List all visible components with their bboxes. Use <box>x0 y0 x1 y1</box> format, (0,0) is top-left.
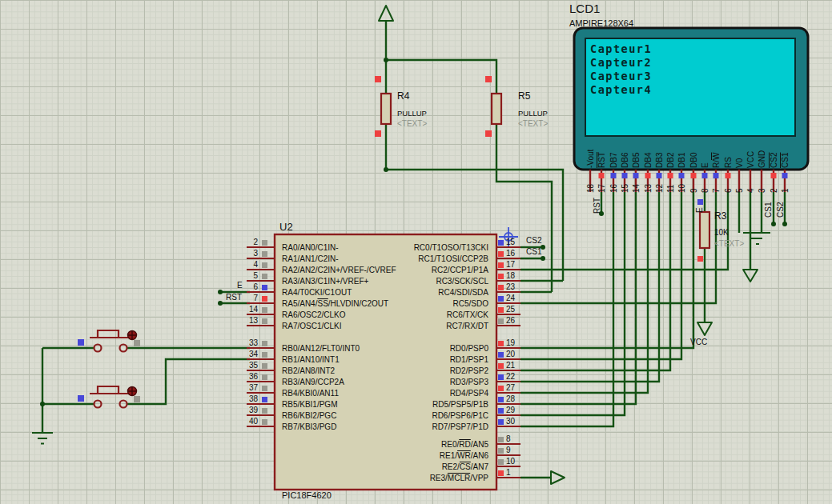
pin-label: RE1/WR/AN6 <box>319 451 488 460</box>
resistor-r4-text: <TEXT> <box>397 120 427 129</box>
pin-num: 20 <box>506 350 538 358</box>
resistor-r4[interactable] <box>375 76 391 137</box>
resistor-r3-value[interactable]: 10K <box>714 229 729 238</box>
lcd-pin-stubs <box>590 170 785 192</box>
pin-num: 39 <box>224 406 258 414</box>
lcd-pin-num: 17 <box>597 184 606 193</box>
push-button-2-marker <box>78 395 84 402</box>
pin-num: 30 <box>506 417 538 426</box>
lcd-pin-num: 3 <box>758 188 766 193</box>
pin-label: RC0/T1OSO/T13CKI <box>319 243 488 252</box>
resistor-r4-ref[interactable]: R4 <box>397 91 409 102</box>
lcd-pin-num: 11 <box>666 185 675 193</box>
pin-num: 22 <box>506 372 538 381</box>
lcd-pin-num: 12 <box>655 184 664 193</box>
net-label-rst-lcd[interactable]: RST <box>593 198 601 214</box>
wire-rc5-to-rw[interactable] <box>521 192 716 303</box>
pin-num: 19 <box>506 338 538 347</box>
lcd-pin-name: DB5 <box>632 153 641 168</box>
schematic-canvas[interactable]: LCD1 AMPIRE128X64 Capteur1 Capteur2 Capt… <box>0 0 832 504</box>
push-button-1-marker <box>78 339 84 346</box>
pin-num: 7 <box>224 294 258 302</box>
resistor-r3-ref[interactable]: R3 <box>714 211 726 222</box>
pin-num: 38 <box>224 394 258 403</box>
wire-vcc-to-r5[interactable] <box>386 60 496 94</box>
power-terminal-down-lcdvcc-icon[interactable] <box>743 270 758 282</box>
lcd-ref[interactable]: LCD1 <box>569 2 600 15</box>
pin-num: 17 <box>506 260 538 269</box>
lcd-pin-num: 15 <box>621 184 629 193</box>
pin-num: 24 <box>506 294 538 302</box>
pin-label: RE2/CS/AN7 <box>319 462 488 471</box>
lcd-pin-name: DB7 <box>609 153 618 168</box>
pin-num: 21 <box>506 361 538 370</box>
pin-num: 3 <box>224 249 258 258</box>
lcd-pin-name: DB2 <box>666 153 675 168</box>
pin-label: RE0/RD/AN5 <box>319 440 488 449</box>
pin-num: 6 <box>224 282 258 291</box>
mcu-ref[interactable]: U2 <box>279 222 293 233</box>
pin-label: RD1/PSP1 <box>319 355 488 364</box>
push-button-2[interactable] <box>90 386 130 408</box>
pin-num: 10 <box>506 457 538 466</box>
push-button-1-actuator-icon[interactable] <box>128 331 141 347</box>
pin-num: 37 <box>224 383 258 392</box>
lcd-pin-name: CS1 <box>781 153 790 168</box>
pin-label: RC6/TX/CK <box>319 310 488 319</box>
pin-label: RD4/PSP4 <box>319 389 488 398</box>
lcd-screen-line: Capteur1 <box>590 42 652 55</box>
resistor-r5-ref[interactable]: R5 <box>518 91 530 102</box>
wire-rd3-db3[interactable] <box>521 192 659 382</box>
pin-label: RC1/T1OSI/CCP2B <box>319 254 488 263</box>
pin-label: RD2/PSP2 <box>319 366 488 375</box>
push-button-1[interactable] <box>90 330 130 352</box>
pin-num: 1 <box>506 468 538 477</box>
pin-label: RD6/PSP6/P1C <box>319 411 488 420</box>
pin-num: 36 <box>224 372 258 381</box>
lcd-pin-num: 6 <box>724 188 733 193</box>
lcd-pin-name: DB0 <box>689 153 698 168</box>
lcd-pin-num: 2 <box>770 188 778 193</box>
pin-num: 4 <box>224 260 258 269</box>
lcd-screen-line: Capteur4 <box>590 83 652 96</box>
mcu-part[interactable]: PIC18F4620 <box>282 491 332 501</box>
lcd-pin-num: 5 <box>735 188 744 193</box>
pin-label: RC4/SDI/SDA <box>319 288 488 297</box>
lcd-pin-name: RS <box>724 157 733 168</box>
wire-rd1-db1[interactable] <box>521 192 681 359</box>
lcd-part[interactable]: AMPIRE128X64 <box>569 19 633 29</box>
lcd-pin-num: 13 <box>644 184 653 193</box>
pin-num: 18 <box>506 271 538 280</box>
resistor-r3-text: <TEXT> <box>714 240 744 249</box>
pin-num: 40 <box>224 417 258 426</box>
net-label-cs1-lcd[interactable]: CS1 <box>764 202 773 218</box>
lcd-pin-name: -Vout <box>586 150 595 168</box>
ground-terminal-left-icon[interactable] <box>32 433 53 444</box>
resistor-r4-value[interactable]: PULLUP <box>397 110 427 118</box>
power-terminal-down-r3-icon[interactable] <box>697 322 712 335</box>
lcd-pin-num: 9 <box>689 188 698 193</box>
lcd-pin-name: DB3 <box>655 153 664 168</box>
pin-label: RD0/PSP0 <box>319 344 488 353</box>
pin-num: 15 <box>506 238 538 246</box>
net-label-e-lcd[interactable]: E <box>695 207 704 213</box>
net-label-cs2-lcd[interactable]: CS2 <box>776 202 785 218</box>
pin-num: 33 <box>224 338 258 347</box>
pin-num: 23 <box>506 282 538 291</box>
push-button-2-actuator-icon[interactable] <box>128 387 141 403</box>
ground-terminal-lcd-icon[interactable] <box>743 233 770 244</box>
lcd-pin-name: RST <box>597 152 606 168</box>
power-terminal-up-icon[interactable] <box>379 6 393 21</box>
lcd-pin-markers <box>599 173 788 178</box>
lcd-pin-num: 8 <box>701 188 709 193</box>
lcd-pin-num: 4 <box>746 188 755 193</box>
lcd-screen-line: Capteur3 <box>590 70 652 82</box>
resistor-r5[interactable] <box>485 76 501 137</box>
input-terminal-mclr-icon[interactable] <box>551 471 565 484</box>
net-label-vcc[interactable]: VCC <box>690 338 707 347</box>
pin-num: 27 <box>506 383 538 392</box>
pin-num: 35 <box>224 361 258 370</box>
lcd-pin-num: 14 <box>632 184 641 193</box>
resistor-r5-value[interactable]: PULLUP <box>518 110 548 118</box>
lcd-pin-name: E <box>701 162 709 168</box>
